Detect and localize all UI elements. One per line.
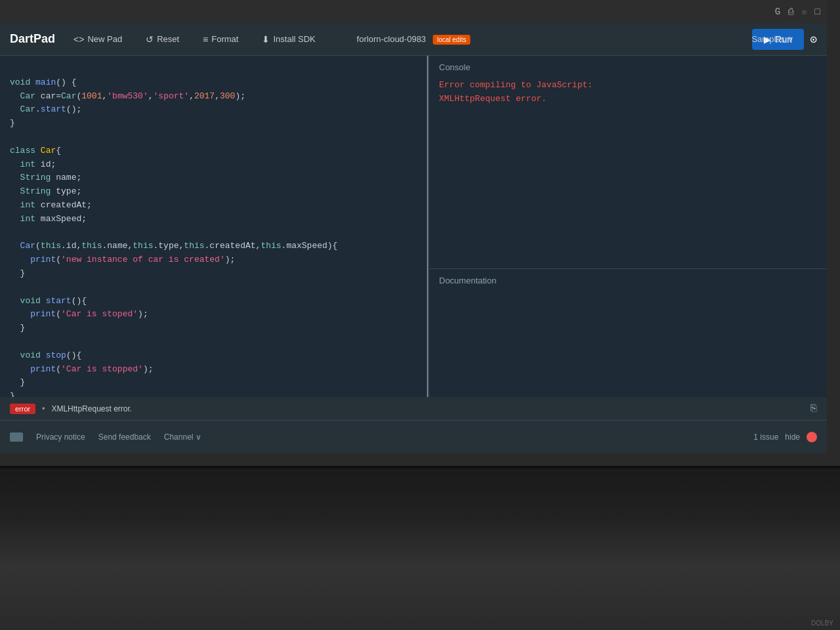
status-bar: Privacy notice Send feedback Channel ∨ 1… xyxy=(0,420,827,453)
format-icon: ≡ xyxy=(203,34,208,45)
share-icon[interactable]: ⎙ xyxy=(788,7,793,17)
reset-label: Reset xyxy=(157,34,179,44)
issue-dot-indicator xyxy=(807,432,817,442)
channel-button[interactable]: Channel ∨ xyxy=(164,432,202,442)
local-edits-badge: local edits xyxy=(433,35,470,45)
laptop-body: lenovo DOLBY xyxy=(0,471,840,630)
console-title: Console xyxy=(439,62,817,72)
code-area[interactable]: void main() { Car car=Car(1001,'bmw530',… xyxy=(0,56,427,420)
pad-name-area: forlorn-cloud-0983 local edits xyxy=(357,34,471,44)
google-icon[interactable]: G xyxy=(775,7,780,17)
new-pad-button[interactable]: <> New Pad xyxy=(68,31,127,48)
screen: G ⎙ ☆ □ DartPad <> New Pad ↺ Reset ≡ For… xyxy=(0,0,827,453)
error-separator: • xyxy=(42,404,45,413)
install-icon: ⬇ xyxy=(262,34,270,45)
code-editor[interactable]: void main() { Car car=Car(1001,'bmw530',… xyxy=(0,56,427,420)
pad-name: forlorn-cloud-0983 xyxy=(357,34,427,44)
main-content: void main() { Car car=Car(1001,'bmw530',… xyxy=(0,56,827,420)
new-pad-icon: <> xyxy=(74,34,84,45)
right-panel: Console Error compiling to JavaScript: X… xyxy=(429,56,827,420)
console-error: Error compiling to JavaScript: XMLHttpRe… xyxy=(439,79,817,106)
error-footer-message: XMLHttpRequest error. xyxy=(51,404,132,413)
channel-chevron-icon: ∨ xyxy=(196,432,201,442)
issue-count: 1 issue xyxy=(753,432,778,442)
github-icon[interactable]: ⊙ xyxy=(810,32,817,47)
samples-chevron-icon: ∨ xyxy=(788,34,794,44)
samples-button[interactable]: Samples ∨ xyxy=(751,34,794,44)
browser-bar: G ⎙ ☆ □ xyxy=(0,0,827,23)
issue-section: 1 issue hide xyxy=(753,432,817,442)
reset-icon: ↺ xyxy=(146,34,154,45)
laptop-hinge xyxy=(0,466,840,471)
install-label: Install SDK xyxy=(273,34,315,44)
panel-divider[interactable] xyxy=(427,56,429,420)
toolbar: DartPad <> New Pad ↺ Reset ≡ Format ⬇ In… xyxy=(0,23,827,56)
error-footer-bar: error • XMLHttpRequest error. ⎘ xyxy=(0,397,827,420)
new-pad-label: New Pad xyxy=(87,34,122,44)
browser-icons: G ⎙ ☆ □ xyxy=(775,6,820,17)
format-button[interactable]: ≡ Format xyxy=(198,31,243,48)
format-label: Format xyxy=(211,34,238,44)
bookmark-icon[interactable]: ☆ xyxy=(801,6,807,17)
copy-icon[interactable]: ⎘ xyxy=(810,403,817,415)
console-section: Console Error compiling to JavaScript: X… xyxy=(429,56,827,269)
error-badge: error xyxy=(10,404,35,414)
samples-label: Samples xyxy=(751,34,785,44)
error-line-1: Error compiling to JavaScript: xyxy=(439,79,817,93)
dartpad-logo: DartPad xyxy=(10,32,55,46)
install-sdk-button[interactable]: ⬇ Install SDK xyxy=(257,31,320,48)
error-line-2: XMLHttpRequest error. xyxy=(439,93,817,106)
dolby-badge: DOLBY xyxy=(811,620,833,627)
status-icon xyxy=(10,432,23,442)
hide-button[interactable]: hide xyxy=(785,432,800,442)
privacy-notice-link[interactable]: Privacy notice xyxy=(36,432,85,442)
window-icon[interactable]: □ xyxy=(815,7,820,17)
channel-label: Channel xyxy=(164,432,194,442)
documentation-title: Documentation xyxy=(439,276,817,285)
send-feedback-link[interactable]: Send feedback xyxy=(98,432,151,442)
reset-button[interactable]: ↺ Reset xyxy=(140,31,184,48)
